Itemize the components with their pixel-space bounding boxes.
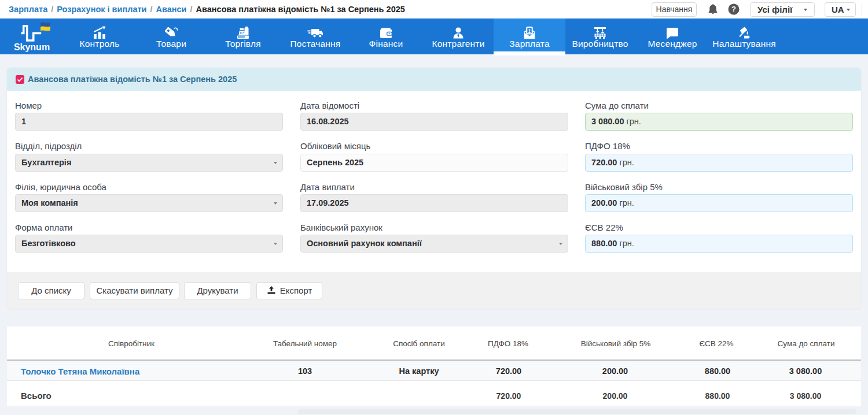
svg-text:?: ? — [731, 5, 736, 13]
svg-text:Skynum: Skynum — [14, 42, 50, 52]
